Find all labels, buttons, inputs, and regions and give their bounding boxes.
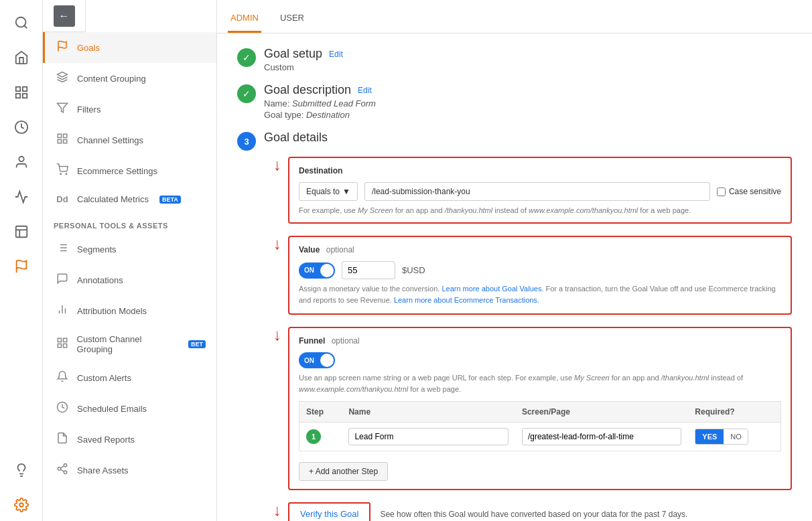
funnel-name-input-1[interactable] bbox=[348, 428, 508, 445]
sidebar-chart[interactable] bbox=[5, 181, 38, 213]
goal-description-title: Goal description Edit bbox=[264, 83, 792, 97]
funnel-hint: Use an app screen name string or a web p… bbox=[299, 372, 781, 394]
arrow-down-1: ↓ bbox=[273, 157, 281, 173]
sidebar-item-scheduled-emails[interactable]: Scheduled Emails bbox=[43, 393, 216, 424]
svg-point-22 bbox=[60, 173, 62, 175]
case-sensitive-checkbox[interactable] bbox=[717, 188, 726, 196]
sidebar-item-share-assets-label: Share Assets bbox=[77, 465, 129, 475]
goal-setup-content: Goal setup Edit Custom bbox=[264, 47, 792, 72]
destination-row: Equals to ▼ Case sensitive bbox=[299, 182, 781, 201]
goal-description-checkmark: ✓ bbox=[237, 84, 256, 103]
equals-to-label: Equals to bbox=[306, 187, 340, 196]
sidebar-item-content-grouping[interactable]: Content Grouping bbox=[43, 63, 216, 94]
sidebar-search[interactable] bbox=[5, 7, 38, 39]
col-step: Step bbox=[299, 402, 342, 423]
goal-setup-subtitle: Custom bbox=[264, 62, 792, 72]
sidebar-item-saved-reports[interactable]: Saved Reports bbox=[43, 424, 216, 455]
case-sensitive-area: Case sensitive bbox=[717, 187, 781, 196]
yes-button-1[interactable]: YES bbox=[695, 429, 724, 444]
verify-goal-button[interactable]: Verify this Goal bbox=[288, 502, 370, 521]
funnel-optional-label: optional bbox=[332, 336, 360, 346]
svg-rect-18 bbox=[58, 134, 61, 137]
back-button[interactable]: ← bbox=[54, 5, 75, 27]
add-step-button[interactable]: + Add another Step bbox=[299, 462, 388, 481]
yes-no-toggle-1: YES NO bbox=[695, 429, 748, 445]
svg-point-38 bbox=[64, 464, 67, 467]
share-assets-icon bbox=[56, 463, 69, 477]
funnel-box: Funnel optional ON Use an app screen nam… bbox=[288, 327, 792, 490]
sidebar-item-filters[interactable]: Filters bbox=[43, 94, 216, 125]
destination-box: Destination Equals to ▼ Case sensitive bbox=[288, 157, 792, 224]
ecommerce-transactions-link[interactable]: Learn more about Ecommerce Transactions. bbox=[394, 296, 539, 304]
sidebar-item-annotations-label: Annotations bbox=[77, 275, 123, 285]
tab-admin[interactable]: ADMIN bbox=[228, 5, 261, 33]
funnel-toggle-circle bbox=[320, 354, 334, 367]
sidebar-item-calculated-metrics[interactable]: Dd Calculated Metrics BETA bbox=[43, 186, 216, 212]
sidebar-item-share-assets[interactable]: Share Assets bbox=[43, 455, 216, 486]
funnel-title: Funnel optional bbox=[299, 336, 781, 346]
sidebar-item-annotations[interactable]: Annotations bbox=[43, 265, 216, 295]
svg-rect-33 bbox=[58, 338, 61, 342]
sidebar-item-custom-channel-grouping[interactable]: Custom Channel Grouping BET bbox=[43, 326, 216, 362]
tab-user[interactable]: USER bbox=[277, 5, 307, 33]
no-button-1[interactable]: NO bbox=[724, 429, 748, 444]
goal-details-title: Goal details bbox=[264, 131, 792, 145]
sidebar-item-attribution-models[interactable]: Attribution Models bbox=[43, 295, 216, 326]
svg-rect-2 bbox=[15, 87, 19, 91]
value-toggle[interactable]: ON bbox=[299, 263, 335, 279]
goal-name-value: Submitted Lead Form bbox=[292, 98, 376, 108]
sidebar-person[interactable] bbox=[5, 146, 38, 178]
svg-point-23 bbox=[66, 173, 67, 175]
col-required: Required? bbox=[688, 402, 781, 423]
svg-line-42 bbox=[60, 466, 64, 468]
nav-sidebar: Goals Content Grouping Filters Channel S… bbox=[43, 32, 217, 486]
svg-rect-36 bbox=[63, 344, 66, 348]
sidebar-item-content-grouping-label: Content Grouping bbox=[77, 74, 146, 84]
sidebar-flag[interactable] bbox=[5, 250, 38, 283]
goal-setup-edit-link[interactable]: Edit bbox=[329, 50, 343, 59]
segments-icon bbox=[56, 242, 69, 256]
sidebar-clock[interactable] bbox=[5, 111, 38, 143]
svg-point-0 bbox=[15, 17, 25, 27]
goal-description-edit-link[interactable]: Edit bbox=[358, 86, 372, 95]
annotations-icon bbox=[56, 273, 69, 287]
sidebar-report[interactable] bbox=[5, 216, 38, 248]
sidebar-item-goals[interactable]: Goals bbox=[43, 32, 216, 63]
svg-rect-21 bbox=[64, 140, 67, 143]
goal-values-link[interactable]: Learn more about Goal Values. bbox=[442, 285, 543, 293]
personal-tools-section-header: PERSONAL TOOLS & ASSETS bbox=[43, 212, 216, 234]
sidebar-item-channel-settings[interactable]: Channel Settings bbox=[43, 125, 216, 155]
sidebar-item-ecommerce-settings[interactable]: Ecommerce Settings bbox=[43, 155, 216, 186]
funnel-toggle-label: ON bbox=[304, 357, 314, 364]
cart-icon bbox=[56, 163, 69, 178]
col-screen-page: Screen/Page bbox=[515, 402, 688, 423]
sidebar-gear[interactable] bbox=[5, 489, 38, 521]
goal-type-value: Destination bbox=[306, 110, 350, 120]
content-area: ✓ Goal setup Edit Custom ✓ Goal descript… bbox=[217, 33, 812, 521]
sidebar-item-segments[interactable]: Segments bbox=[43, 234, 216, 265]
goal-setup-title-text: Goal setup bbox=[264, 47, 322, 61]
calculated-metrics-badge: BETA bbox=[159, 196, 181, 204]
goal-name-label: Name: bbox=[264, 98, 292, 108]
svg-rect-4 bbox=[15, 94, 19, 98]
step-circle-1: 1 bbox=[306, 429, 321, 444]
funnel-toggle[interactable]: ON bbox=[299, 352, 335, 368]
saved-reports-icon bbox=[56, 432, 69, 447]
value-input[interactable] bbox=[342, 261, 395, 279]
sidebar-dashboard[interactable] bbox=[5, 76, 38, 108]
sidebar-item-filters-label: Filters bbox=[77, 104, 100, 115]
goal-setup-title: Goal setup Edit bbox=[264, 47, 792, 61]
alerts-icon bbox=[56, 370, 69, 385]
destination-input[interactable] bbox=[364, 182, 710, 201]
sidebar-item-custom-alerts[interactable]: Custom Alerts bbox=[43, 362, 216, 393]
sidebar-home[interactable] bbox=[5, 42, 38, 74]
layers-icon bbox=[56, 71, 69, 86]
sidebar-lightbulb[interactable] bbox=[5, 454, 38, 486]
arrow-down-4: ↓ bbox=[273, 502, 281, 518]
scheduled-emails-icon bbox=[56, 401, 69, 416]
funnel-page-input-1[interactable] bbox=[522, 428, 681, 445]
main-area: ADMIN USER ✓ Goal setup Edit Custom ✓ Go… bbox=[217, 0, 812, 521]
value-hint: Assign a monetary value to the conversio… bbox=[299, 283, 781, 305]
equals-to-select[interactable]: Equals to ▼ bbox=[299, 182, 358, 201]
chevron-down-icon: ▼ bbox=[342, 187, 350, 196]
